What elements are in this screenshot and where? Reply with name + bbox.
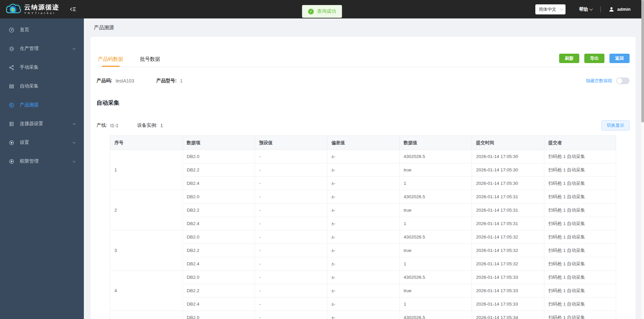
cell-value: 1 (399, 217, 472, 230)
tab-batch-data[interactable]: 批号数据 (139, 56, 161, 67)
sidebar-item-5[interactable]: 连接器设置 (0, 114, 84, 133)
cell-item: DB2.4 (182, 257, 255, 271)
cell-time: 2026-01-14 17:05:31 (472, 204, 544, 217)
trace-icon (8, 102, 15, 108)
line-value: t1-1 (110, 123, 118, 128)
user-menu[interactable]: admin (609, 7, 631, 12)
cell-deviation: ±- (327, 298, 399, 311)
cell-item: DB2.0 (182, 230, 255, 244)
seq-cell: 4 (110, 271, 183, 311)
auto-collect-icon (8, 84, 15, 89)
table-row: 4DB2.0-±-4302026.52026-01-14 17:05:33扫码枪… (110, 271, 616, 284)
brand-block: 云纳源循迹 YNYTracker (24, 4, 59, 15)
sidebar-item-label: 自动采集 (20, 83, 39, 89)
table-row: DB2.2-±-true2026-01-14 17:05:33扫码枪 1 自动采… (110, 284, 616, 298)
content-card: 产品码数据 批号数据 刷新 导出 返回 产品码: testA103 产品型号: … (91, 37, 636, 319)
cell-item: DB2.4 (182, 298, 255, 311)
cell-submitter: 扫码枪 1 自动采集 (544, 190, 616, 204)
cell-deviation: ±- (327, 190, 399, 204)
meta-row: 产线: t1-1 设备实例: 1 切换显示 (97, 120, 630, 131)
divider (600, 6, 601, 12)
sidebar-item-label: 权限管理 (20, 158, 39, 164)
settings-icon (8, 140, 15, 146)
scrollbar-track[interactable] (641, 0, 644, 319)
column-header: 提交时间 (472, 136, 544, 150)
sidebar-item-1[interactable]: 生产管理 (0, 39, 84, 58)
table-row: 2DB2.0-±-4302026.52026-01-14 17:05:31扫码枪… (110, 190, 616, 204)
help-menu[interactable]: 帮助 (579, 6, 592, 12)
cell-preset: - (255, 190, 327, 204)
seq-cell: 3 (110, 230, 183, 271)
table-row: DB2.4-±-12026-01-14 17:05:31扫码枪 1 自动采集 (110, 217, 616, 230)
cell-time: 2026-01-14 17:05:33 (472, 271, 544, 284)
cell-value: 4302026.5 (399, 311, 472, 319)
cell-submitter: 扫码枪 1 自动采集 (544, 257, 616, 271)
cell-value: true (399, 284, 472, 298)
cell-time: 2026-01-14 17:05:32 (472, 257, 544, 271)
sidebar-item-2[interactable]: 手动采集 (0, 58, 84, 77)
table-row: DB2.4-±-12026-01-14 17:05:33扫码枪 1 自动采集 (110, 298, 616, 311)
cell-value: 1 (399, 177, 472, 190)
cell-preset: - (255, 217, 327, 230)
topbar-right: 简体中文 帮助 admin (535, 4, 644, 14)
toast-success: 查询成功 (302, 5, 342, 18)
cell-value: true (399, 204, 472, 217)
hide-empty-toggle[interactable] (616, 77, 630, 84)
device-value: 1 (160, 123, 163, 128)
table-row: DB2.0-±-4302026.52026-01-14 17:05:34扫码枪 … (110, 311, 616, 319)
refresh-button[interactable]: 刷新 (559, 54, 579, 63)
production-icon (8, 46, 15, 52)
hide-empty-control: 隐藏空数据组 (586, 77, 630, 84)
language-select[interactable]: 简体中文 (535, 4, 566, 14)
cell-submitter: 扫码枪 1 自动采集 (544, 311, 616, 319)
column-header: 数据值 (399, 136, 472, 150)
cell-submitter: 扫码枪 1 自动采集 (544, 298, 616, 311)
cell-deviation: ±- (327, 311, 399, 319)
table-row: DB2.2-±-true2026-01-14 17:05:32扫码枪 1 自动采… (110, 244, 616, 257)
cell-time: 2026-01-14 17:05:31 (472, 217, 544, 230)
cell-deviation: ±- (327, 244, 399, 257)
cell-item: DB2.4 (182, 177, 255, 190)
cell-submitter: 扫码枪 1 自动采集 (544, 177, 616, 190)
table-row: DB2.2-±-true2026-01-14 17:05:30扫码枪 1 自动采… (110, 163, 616, 177)
cell-item: DB2.0 (182, 311, 255, 319)
cell-submitter: 扫码枪 1 自动采集 (544, 163, 616, 177)
cell-deviation: ±- (327, 271, 399, 284)
tab-product-code-data[interactable]: 产品码数据 (97, 56, 124, 67)
export-button[interactable]: 导出 (584, 54, 604, 63)
cell-time: 2026-01-14 17:05:33 (472, 298, 544, 311)
app-logo: 云纳源循迹 YNYTracker (0, 3, 59, 16)
cell-submitter: 扫码枪 1 自动采集 (544, 217, 616, 230)
page-title-row: 产品溯源 (84, 18, 644, 37)
manual-collect-icon (8, 65, 15, 70)
sidebar-item-6[interactable]: 设置 (0, 133, 84, 152)
cell-item: DB2.2 (182, 244, 255, 257)
action-buttons: 刷新 导出 返回 (559, 54, 630, 63)
seq-cell (110, 311, 183, 319)
user-icon (609, 7, 614, 12)
help-label: 帮助 (579, 6, 588, 12)
cell-value: true (399, 244, 472, 257)
scrollbar-thumb[interactable] (641, 0, 644, 122)
main-area: 产品溯源 产品码数据 批号数据 刷新 导出 返回 产品码: testA103 产… (84, 18, 644, 319)
table-row: DB2.4-±-12026-01-14 17:05:32扫码枪 1 自动采集 (110, 257, 616, 271)
sidebar-item-4[interactable]: 产品溯源 (0, 96, 84, 114)
column-header: 序号 (110, 136, 183, 150)
table-row: 3DB2.0-±-4302026.52026-01-14 17:05:32扫码枪… (110, 230, 616, 244)
table-row: DB2.2-±-true2026-01-14 17:05:31扫码枪 1 自动采… (110, 204, 616, 217)
sidebar-item-7[interactable]: 权限管理 (0, 152, 84, 171)
cell-submitter: 扫码枪 1 自动采集 (544, 230, 616, 244)
cell-time: 2026-01-14 17:05:30 (472, 150, 544, 163)
language-selected: 简体中文 (539, 6, 556, 12)
cell-deviation: ±- (327, 284, 399, 298)
line-label: 产线: (97, 122, 107, 128)
sidebar-item-3[interactable]: 自动采集 (0, 77, 84, 96)
sidebar-item-0[interactable]: 首页 (0, 20, 84, 39)
device-label: 设备实例: (137, 122, 157, 128)
cell-preset: - (255, 177, 327, 190)
menu-fold-icon[interactable] (70, 7, 76, 12)
back-button[interactable]: 返回 (609, 54, 630, 63)
chevron-down-icon (560, 7, 564, 10)
cell-preset: - (255, 298, 327, 311)
toggle-display-button[interactable]: 切换显示 (601, 120, 630, 130)
